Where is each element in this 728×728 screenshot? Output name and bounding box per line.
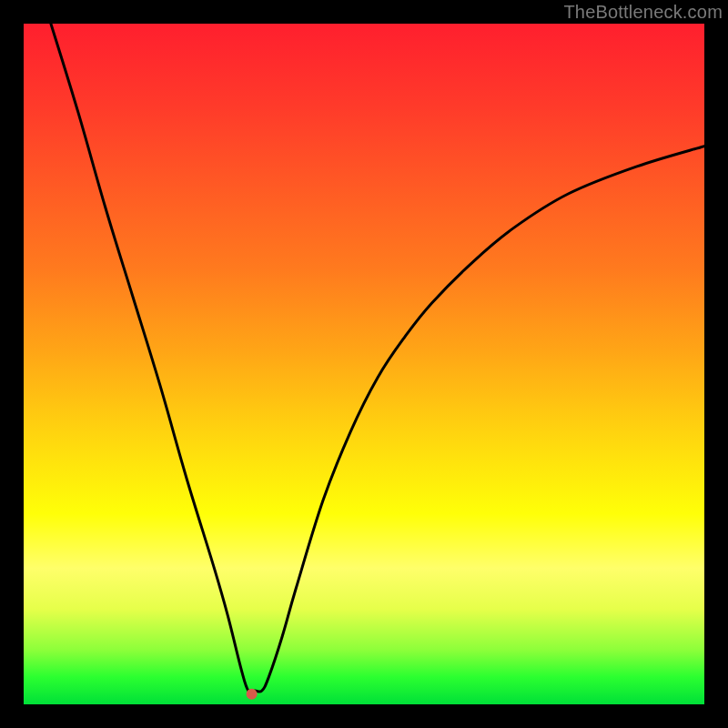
optimum-marker xyxy=(247,689,258,700)
bottleneck-curve xyxy=(51,24,704,693)
chart-frame: TheBottleneck.com xyxy=(0,0,728,728)
plot-area xyxy=(24,24,704,704)
curve-svg xyxy=(24,24,704,704)
watermark-label: TheBottleneck.com xyxy=(563,2,723,23)
